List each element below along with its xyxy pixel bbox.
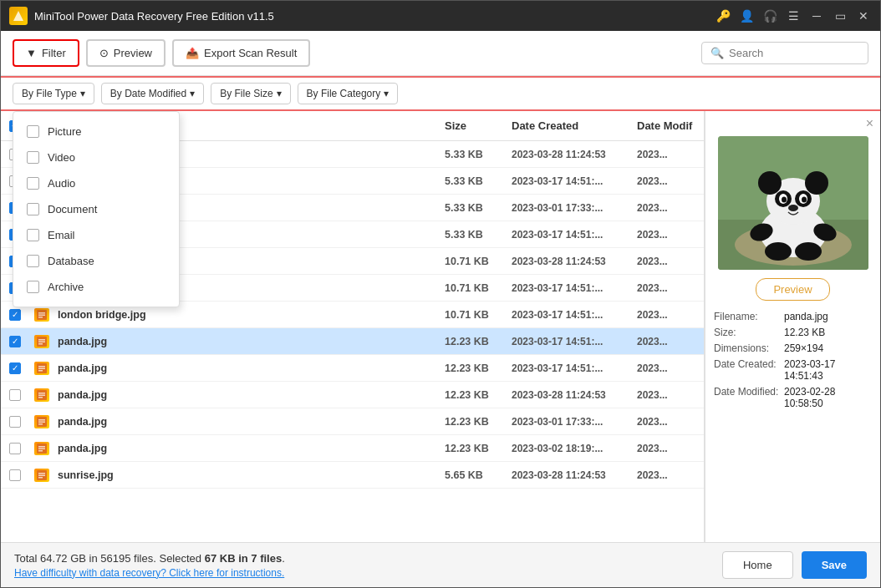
- file-created-date: 2023-03-17 14:51:...: [512, 309, 637, 321]
- file-size: 5.65 KB: [445, 469, 512, 481]
- database-filter-item[interactable]: Database: [13, 248, 179, 274]
- email-filter-item[interactable]: Email: [13, 222, 179, 248]
- preview-btn-container: Preview: [714, 278, 872, 301]
- by-file-type-dropdown[interactable]: By File Type ▾: [13, 83, 94, 104]
- svg-rect-36: [38, 370, 43, 372]
- svg-rect-46: [38, 446, 45, 448]
- export-button[interactable]: 📤 Export Scan Result: [172, 39, 310, 67]
- file-created-date: 2023-03-17 14:51:...: [512, 175, 637, 187]
- preview-button[interactable]: ⊙ Preview: [86, 39, 166, 67]
- svg-rect-32: [38, 343, 43, 345]
- app-logo: [9, 7, 28, 25]
- svg-rect-27: [38, 314, 45, 316]
- file-size: 10.71 KB: [445, 309, 512, 321]
- by-file-size-dropdown[interactable]: By File Size ▾: [211, 83, 290, 104]
- file-size: 12.23 KB: [445, 443, 512, 454]
- filter-button[interactable]: ▼ Filter: [13, 39, 79, 67]
- file-created-date: 2023-03-01 17:33:...: [512, 416, 637, 428]
- file-type-icon: [34, 469, 49, 482]
- file-checkbox[interactable]: [9, 389, 21, 401]
- table-row[interactable]: sunrise.jpg5.65 KB2023-03-28 11:24:53202…: [1, 462, 704, 489]
- headphone-icon[interactable]: 🎧: [761, 8, 778, 24]
- table-row[interactable]: panda.jpg12.23 KB2023-03-01 17:33:...202…: [1, 408, 704, 435]
- file-checkbox[interactable]: [9, 469, 21, 481]
- size-row: Size: 12.23 KB: [714, 327, 872, 338]
- file-checkbox[interactable]: [9, 309, 21, 321]
- by-date-modified-dropdown[interactable]: By Date Modified ▾: [101, 83, 204, 104]
- svg-rect-28: [38, 317, 43, 318]
- file-size: 5.33 KB: [445, 202, 512, 214]
- save-button[interactable]: Save: [802, 551, 867, 579]
- filename-row: Filename: panda.jpg: [714, 311, 872, 322]
- chevron-down-icon: ▾: [384, 88, 389, 99]
- table-row[interactable]: panda.jpg12.23 KB2023-03-17 14:51:...202…: [1, 328, 704, 355]
- date-created-column-header[interactable]: Date Created: [512, 119, 637, 132]
- file-name: panda.jpg: [58, 362, 107, 374]
- close-icon[interactable]: ✕: [855, 8, 872, 24]
- table-row[interactable]: panda.jpg12.23 KB2023-03-02 18:19:...202…: [1, 435, 704, 462]
- file-checkbox[interactable]: [9, 416, 21, 428]
- svg-point-66: [788, 205, 798, 211]
- file-size: 5.33 KB: [445, 229, 512, 241]
- preview-action-button[interactable]: Preview: [756, 278, 829, 301]
- document-checkbox[interactable]: [27, 203, 39, 215]
- svg-point-58: [758, 171, 782, 195]
- picture-filter-item[interactable]: Picture: [13, 119, 179, 144]
- home-button[interactable]: Home: [722, 551, 793, 579]
- svg-rect-47: [38, 448, 45, 449]
- minimize-icon[interactable]: ─: [808, 8, 825, 24]
- file-name: panda.jpg: [58, 389, 107, 401]
- svg-point-59: [805, 171, 828, 195]
- file-created-date: 2023-03-17 14:51:...: [512, 336, 637, 347]
- file-size: 12.23 KB: [445, 416, 512, 428]
- restore-icon[interactable]: ▭: [832, 8, 848, 24]
- by-file-category-dropdown[interactable]: By File Category ▾: [298, 83, 399, 104]
- file-size: 12.23 KB: [445, 336, 512, 347]
- file-checkbox[interactable]: [9, 443, 21, 454]
- archive-filter-item[interactable]: Archive: [13, 274, 179, 300]
- selected-count: 67 KB in 7 files: [205, 552, 282, 565]
- status-buttons: Home Save: [722, 551, 867, 579]
- date-modified-row: Date Modified: 2023-02-28 10:58:50: [714, 386, 872, 409]
- preview-close-button[interactable]: ×: [866, 116, 873, 131]
- file-created-date: 2023-03-01 17:33:...: [512, 202, 637, 214]
- menu-icon[interactable]: ☰: [785, 8, 802, 24]
- file-type-icon: [34, 335, 49, 348]
- search-box[interactable]: 🔍: [701, 42, 868, 64]
- preview-metadata: Filename: panda.jpg Size: 12.23 KB Dimen…: [714, 311, 872, 409]
- svg-marker-0: [13, 11, 23, 21]
- file-checkbox[interactable]: [9, 336, 21, 347]
- video-checkbox[interactable]: [27, 151, 39, 164]
- status-info: Total 64.72 GB in 56195 files. Selected …: [14, 552, 285, 579]
- document-filter-item[interactable]: Document: [13, 196, 179, 222]
- size-column-header[interactable]: Size: [445, 119, 512, 132]
- svg-rect-30: [38, 339, 45, 341]
- picture-checkbox[interactable]: [27, 125, 39, 138]
- file-modified-date: 2023...: [637, 469, 695, 481]
- audio-checkbox[interactable]: [27, 177, 39, 190]
- file-type-popup: Picture Video Audio Document Email Datab…: [13, 111, 180, 307]
- database-checkbox[interactable]: [27, 255, 39, 267]
- svg-rect-39: [38, 394, 45, 396]
- window-controls: 🔑 👤 🎧 ☰ ─ ▭ ✕: [715, 8, 872, 24]
- main-area: Picture Video Audio Document Email Datab…: [1, 111, 880, 542]
- file-modified-date: 2023...: [637, 175, 695, 187]
- video-filter-item[interactable]: Video: [13, 144, 179, 170]
- user-icon[interactable]: 👤: [738, 8, 755, 24]
- help-link[interactable]: Have difficulty with data recovery? Clic…: [14, 567, 285, 579]
- audio-filter-item[interactable]: Audio: [13, 170, 179, 196]
- key-icon[interactable]: 🔑: [715, 8, 731, 24]
- file-name: panda.jpg: [58, 416, 107, 428]
- svg-rect-34: [38, 366, 45, 368]
- archive-checkbox[interactable]: [27, 281, 39, 293]
- file-modified-date: 2023...: [637, 389, 695, 401]
- date-modified-column-header[interactable]: Date Modif: [637, 119, 695, 132]
- search-input[interactable]: [729, 47, 859, 59]
- file-size: 12.23 KB: [445, 389, 512, 401]
- svg-point-69: [765, 242, 792, 261]
- email-checkbox[interactable]: [27, 229, 39, 241]
- file-checkbox[interactable]: [9, 362, 21, 374]
- status-bar: Total 64.72 GB in 56195 files. Selected …: [1, 542, 880, 587]
- table-row[interactable]: panda.jpg12.23 KB2023-03-28 11:24:532023…: [1, 382, 704, 408]
- table-row[interactable]: panda.jpg12.23 KB2023-03-17 14:51:...202…: [1, 355, 704, 382]
